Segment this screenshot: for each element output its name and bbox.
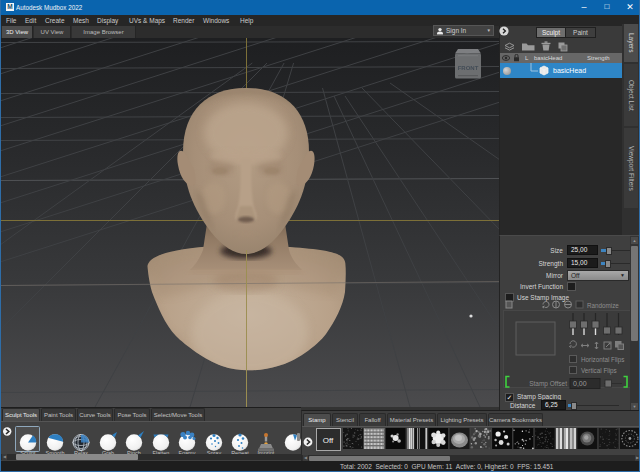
svg-text:FRONT: FRONT bbox=[458, 65, 479, 71]
svg-text:Vertical Flips: Vertical Flips bbox=[581, 367, 617, 375]
svg-text:Off: Off bbox=[323, 436, 334, 445]
svg-text:Horizontal Flips: Horizontal Flips bbox=[581, 356, 624, 364]
svg-text:Stamp Offset: Stamp Offset bbox=[529, 380, 567, 388]
svg-text:0,00: 0,00 bbox=[573, 380, 587, 387]
svg-text:Randomize: Randomize bbox=[587, 302, 619, 309]
